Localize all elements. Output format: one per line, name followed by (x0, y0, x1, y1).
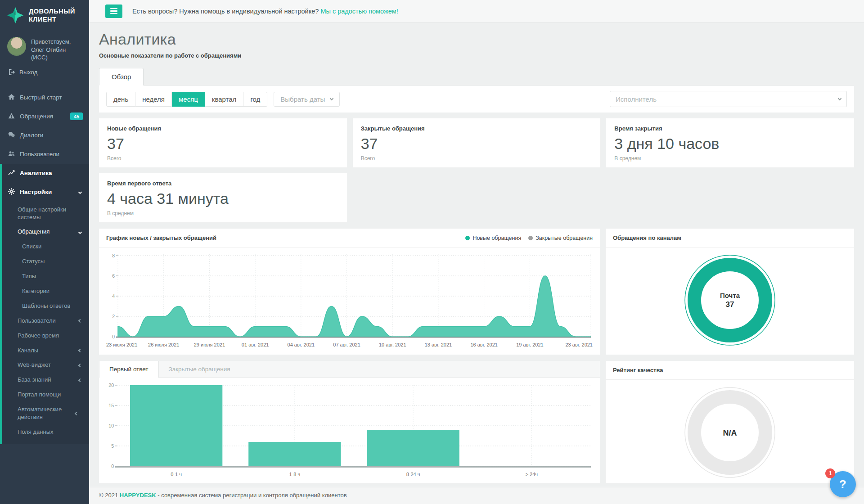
app-logo: ДОВОЛЬНЫЙ КЛИЕНТ (0, 0, 89, 30)
logo-text-line1: ДОВОЛЬНЫЙ (29, 7, 75, 15)
svg-text:20: 20 (108, 382, 114, 388)
sub-item-label: Поля данных (18, 428, 54, 436)
sub-item-label: Рабочее время (18, 332, 59, 340)
tab-first-reply[interactable]: Первый ответ (99, 361, 159, 378)
sidebar-item-channels[interactable]: Каналы (2, 343, 89, 358)
tickets-count-badge: 45 (70, 112, 83, 120)
legend-item-new[interactable]: Новые обращения (465, 235, 521, 241)
greeting-line2: Олег Огибин (31, 46, 71, 54)
home-icon (8, 94, 15, 102)
topbar: Есть вопросы? Нужна помощь в индивидуаль… (89, 0, 864, 22)
sidebar-item-lists[interactable]: Списки (2, 239, 89, 254)
stat-cards: Новые обращения 37 Всего Закрытые обраще… (99, 118, 854, 222)
help-question-text: Есть вопросы? Нужна помощь в индивидуаль… (132, 8, 319, 15)
svg-text:13 авг. 2021: 13 авг. 2021 (425, 342, 452, 347)
period-button-month[interactable]: месяц (172, 92, 205, 107)
card-title: Новые обращения (107, 125, 339, 132)
sidebar-item-statuses[interactable]: Статусы (2, 254, 89, 269)
sidebar-item-data-fields[interactable]: Поля данных (2, 425, 89, 440)
logo-text-line2: КЛИЕНТ (29, 15, 75, 23)
sidebar-item-users-settings[interactable]: Пользователи (2, 314, 89, 328)
sidebar-item-label: Диалоги (20, 132, 43, 139)
sidebar-item-settings[interactable]: Настройки (2, 183, 89, 202)
help-chat-button[interactable]: 1 ? (830, 471, 856, 497)
chevron-down-icon (330, 97, 333, 100)
period-button-quarter[interactable]: квартал (205, 92, 244, 107)
sidebar-item-categories[interactable]: Категории (2, 284, 89, 299)
legend-item-closed[interactable]: Закрытые обращения (528, 235, 593, 241)
sidebar-item-dialogs[interactable]: Диалоги (0, 126, 89, 145)
alert-triangle-icon (8, 112, 15, 121)
chevron-left-icon (78, 349, 82, 352)
bar-chart-panel: Первый ответ Закрытые обращения 05101520… (99, 361, 600, 483)
sidebar-item-users[interactable]: Пользователи (0, 145, 89, 164)
period-button-group: день неделя месяц квартал год (106, 92, 267, 107)
sidebar-item-knowledge-base[interactable]: База знаний (2, 373, 89, 387)
area-chart-legend: Новые обращения Закрытые обращения (465, 235, 593, 241)
chevron-down-icon (78, 230, 82, 234)
page-title: Аналитика (99, 31, 854, 48)
area-chart-svg: 0246823 июля 202126 июля 202129 июля 202… (105, 251, 594, 351)
card-value: 4 часа 31 минута (107, 190, 339, 207)
help-link[interactable]: Мы с радостью поможем! (320, 8, 398, 15)
chart-line-icon (8, 169, 15, 177)
sub-item-label: Пользователи (18, 317, 56, 325)
sub-item-label: База знаний (18, 376, 51, 384)
card-title: Время первого ответа (107, 180, 339, 187)
sidebar-item-web-widget[interactable]: Web-виджет (2, 358, 89, 373)
sidebar-item-quick-start[interactable]: Быстрый старт (0, 88, 89, 107)
sub-item-label: Категории (22, 288, 50, 295)
sidebar-item-analytics[interactable]: Аналитика (2, 164, 89, 183)
sidebar-item-tickets[interactable]: Обращения 45 (0, 107, 89, 126)
svg-text:6: 6 (112, 273, 115, 279)
period-button-day[interactable]: день (106, 92, 135, 107)
greeting-line3: (ИСС) (31, 54, 71, 62)
main-tabs: Обзор (99, 68, 854, 86)
card-caption: В среднем (107, 210, 339, 216)
period-button-year[interactable]: год (243, 92, 267, 107)
sub-item-label: Типы (22, 273, 36, 280)
tab-closed-tickets[interactable]: Закрытые обращения (159, 361, 240, 378)
svg-text:04 авг. 2021: 04 авг. 2021 (288, 342, 315, 347)
sidebar-item-general-settings[interactable]: Общие настройки системы (2, 202, 89, 225)
sidebar-toggle-button[interactable] (105, 4, 122, 18)
greeting-line1: Приветствуем, (31, 38, 71, 46)
svg-text:8: 8 (112, 253, 115, 258)
svg-text:26 июля 2021: 26 июля 2021 (148, 342, 179, 347)
area-chart-title: График новых / закрытых обращений (106, 234, 216, 241)
avatar (7, 37, 26, 56)
executor-select[interactable]: Исполнитель (610, 91, 847, 107)
channels-header: Обращения по каналам (606, 229, 854, 248)
page-subtitle: Основные показатели по работе с обращени… (99, 52, 854, 59)
svg-text:23 июля 2021: 23 июля 2021 (106, 342, 137, 347)
card-caption: В среднем (614, 155, 846, 162)
sidebar-item-reply-templates[interactable]: Шаблоны ответов (2, 299, 89, 314)
footer-tagline: - современная система регистрации и конт… (158, 492, 346, 499)
sidebar-item-types[interactable]: Типы (2, 269, 89, 284)
sidebar-item-help-portal[interactable]: Портал помощи (2, 387, 89, 402)
svg-text:10 авг. 2021: 10 авг. 2021 (379, 342, 406, 347)
users-icon (8, 150, 15, 158)
quality-header: Рейтинг качества (606, 361, 854, 380)
logout-button[interactable]: Выход (0, 64, 89, 82)
quality-title: Рейтинг качества (613, 367, 663, 374)
chevron-down-icon (78, 190, 82, 194)
chevron-left-icon (78, 364, 82, 367)
card-title: Закрытые обращения (361, 125, 593, 132)
period-button-week[interactable]: неделя (135, 92, 172, 107)
sub-item-label: Шаблоны ответов (22, 302, 71, 310)
svg-text:0: 0 (112, 334, 115, 339)
comments-icon (8, 131, 15, 140)
channel-count: 37 (726, 300, 734, 309)
sidebar-item-auto-actions[interactable]: Автоматические действия (2, 402, 86, 425)
sidebar-item-label: Обращения (20, 113, 53, 120)
sub-item-label: Web-виджет (18, 361, 51, 369)
quality-panel: Рейтинг качества N/A (606, 361, 854, 483)
sidebar-item-work-time[interactable]: Рабочее время (2, 328, 89, 343)
select-dates-button[interactable]: Выбрать даты (274, 92, 340, 107)
tab-overview[interactable]: Обзор (99, 68, 144, 86)
stat-card-first-reply-time: Время первого ответа 4 часа 31 минута В … (99, 173, 347, 222)
sidebar-item-ticket-settings[interactable]: Обращения (2, 225, 89, 239)
svg-text:16 авг. 2021: 16 авг. 2021 (470, 342, 498, 347)
user-greeting: Приветствуем, Олег Огибин (ИСС) (31, 37, 71, 62)
